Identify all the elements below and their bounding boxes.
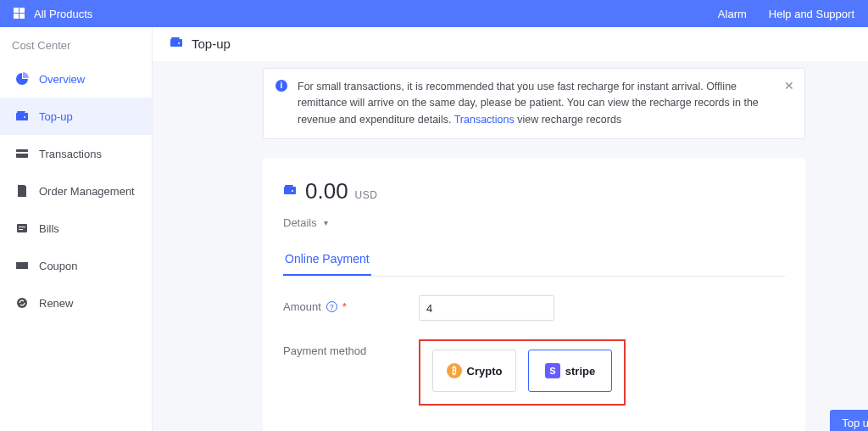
- topup-immediately-button[interactable]: Top up Immediately: [830, 410, 868, 431]
- topup-card: 0.00 USD Details ▾ Online Payment Amount…: [263, 158, 805, 431]
- balance-amount: 0.00: [305, 178, 348, 204]
- stripe-icon: S: [545, 363, 560, 378]
- wallet-icon: [170, 36, 183, 51]
- sidebar-item-renew[interactable]: Renew: [0, 284, 152, 322]
- tab-online-payment[interactable]: Online Payment: [283, 245, 371, 276]
- payment-methods-box: ₿ Crypto S stripe: [419, 339, 626, 406]
- sidebar-item-topup[interactable]: Top-up: [0, 98, 152, 135]
- svg-rect-3: [19, 227, 25, 227]
- sidebar-item-coupon[interactable]: Coupon: [0, 247, 152, 284]
- card-icon: [15, 147, 29, 160]
- pie-chart-icon: [15, 72, 29, 86]
- notice-text-after: view recharge records: [515, 114, 621, 126]
- sidebar: Cost Center Overview Top-up Transactions…: [0, 27, 153, 431]
- coupon-icon: [15, 259, 29, 272]
- method-label: Crypto: [467, 365, 503, 378]
- sidebar-item-label: Coupon: [39, 260, 78, 272]
- svg-rect-2: [17, 224, 27, 232]
- topbar-title[interactable]: All Products: [34, 8, 92, 20]
- sidebar-item-overview[interactable]: Overview: [0, 60, 152, 98]
- sidebar-item-order-management[interactable]: Order Management: [0, 172, 152, 210]
- required-asterisk: *: [342, 300, 347, 313]
- svg-rect-1: [16, 152, 28, 154]
- sidebar-item-label: Transactions: [39, 148, 102, 160]
- svg-point-5: [17, 298, 27, 308]
- alarm-link[interactable]: Alarm: [718, 8, 747, 20]
- sidebar-item-label: Renew: [39, 297, 73, 310]
- tabs: Online Payment: [283, 245, 785, 277]
- sidebar-item-label: Order Management: [39, 185, 135, 198]
- method-label: stripe: [565, 365, 595, 378]
- help-link[interactable]: Help and Support: [769, 8, 854, 20]
- bills-icon: [15, 221, 29, 235]
- sidebar-item-bills[interactable]: Bills: [0, 210, 152, 247]
- apps-grid-icon[interactable]: [14, 8, 25, 20]
- sidebar-item-label: Bills: [39, 222, 59, 235]
- notice-transactions-link[interactable]: Transactions: [454, 114, 515, 126]
- document-icon: [15, 184, 29, 198]
- page-title: Top-up: [192, 36, 231, 51]
- page-header: Top-up: [153, 27, 868, 61]
- notice-banner: i For small transactions, it is recommen…: [263, 68, 805, 139]
- bitcoin-icon: ₿: [447, 363, 462, 378]
- close-icon[interactable]: ✕: [784, 77, 794, 96]
- balance-currency: USD: [355, 189, 378, 201]
- help-icon[interactable]: ?: [326, 301, 337, 312]
- info-icon: i: [275, 80, 287, 92]
- chevron-down-icon: ▾: [324, 218, 328, 227]
- payment-method-label: Payment method: [283, 339, 419, 357]
- amount-label: Amount ? *: [283, 295, 419, 313]
- sidebar-section-title: Cost Center: [0, 27, 152, 60]
- renew-icon: [15, 296, 29, 310]
- svg-rect-4: [19, 229, 23, 230]
- sidebar-item-label: Top-up: [39, 110, 73, 123]
- topbar: All Products Alarm Help and Support: [0, 0, 868, 27]
- payment-method-crypto[interactable]: ₿ Crypto: [432, 350, 516, 392]
- payment-method-stripe[interactable]: S stripe: [528, 350, 612, 392]
- amount-input[interactable]: [419, 295, 554, 321]
- sidebar-item-transactions[interactable]: Transactions: [0, 135, 152, 172]
- wallet-icon: [283, 184, 297, 199]
- sidebar-item-label: Overview: [39, 73, 85, 86]
- wallet-icon: [15, 109, 29, 123]
- details-toggle[interactable]: Details ▾: [283, 216, 328, 229]
- details-label: Details: [283, 216, 317, 229]
